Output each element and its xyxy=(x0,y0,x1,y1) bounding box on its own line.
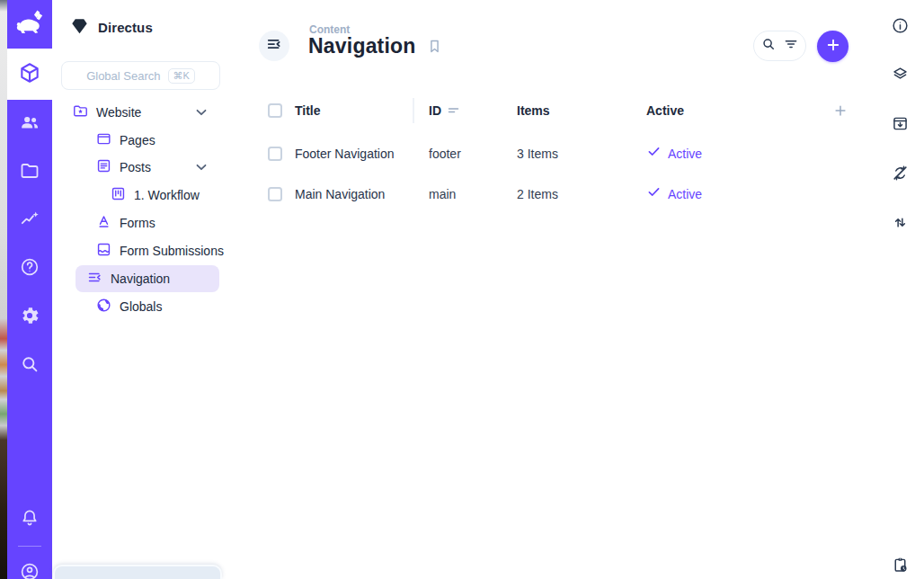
sidebar-item-label: Form Submissions xyxy=(120,244,224,258)
table-row[interactable]: Footer Navigation footer 3 Items Active xyxy=(268,133,852,174)
cube-icon xyxy=(18,61,41,88)
sidebar-item-form-submissions[interactable]: Form Submissions xyxy=(61,237,221,264)
module-insights[interactable] xyxy=(7,203,52,239)
column-header-active[interactable]: Active xyxy=(646,103,684,118)
account-button[interactable] xyxy=(7,556,52,579)
add-item-button[interactable] xyxy=(817,31,848,62)
rabbit-logo-icon xyxy=(14,7,45,41)
sidebar-item-label: Forms xyxy=(120,216,155,230)
row-checkbox[interactable] xyxy=(268,187,282,201)
users-icon xyxy=(19,111,40,137)
sidebar-item-label: Pages xyxy=(120,133,155,147)
column-header-id[interactable]: ID xyxy=(429,102,517,119)
table-header-row: Title ID Items Active xyxy=(268,95,852,126)
keyboard-shortcut-badge: ⌘K xyxy=(168,68,195,84)
bell-icon xyxy=(19,507,40,532)
row-checkbox[interactable] xyxy=(268,147,282,161)
sidebar-item-label: 1. Workflow xyxy=(134,188,200,202)
nav-sidebar: Directus Global Search ⌘K Website Pages xyxy=(52,0,221,579)
active-label: Active xyxy=(668,147,702,161)
module-settings[interactable] xyxy=(7,299,52,335)
insights-icon xyxy=(19,209,40,234)
module-bar xyxy=(7,0,52,579)
archive-download-icon xyxy=(891,114,910,137)
cell-id: footer xyxy=(429,147,517,161)
inbox-icon xyxy=(95,241,112,262)
sidebar-item-label: Posts xyxy=(120,160,151,174)
module-search[interactable] xyxy=(7,348,52,384)
cell-id: main xyxy=(429,187,517,201)
menu-open-icon xyxy=(265,35,283,57)
window-icon xyxy=(95,130,112,151)
project-brand[interactable]: Directus xyxy=(70,14,153,40)
module-content-active[interactable] xyxy=(7,49,52,100)
column-header-items[interactable]: Items xyxy=(517,103,646,118)
check-icon xyxy=(646,144,662,163)
select-all-checkbox[interactable] xyxy=(268,103,282,118)
sidebar-item-posts[interactable]: Posts xyxy=(61,154,221,181)
import-export-icon xyxy=(891,213,910,236)
sidebar-item-navigation[interactable]: Navigation xyxy=(76,265,219,292)
project-diamond-icon xyxy=(70,17,89,38)
module-users[interactable] xyxy=(7,106,52,142)
sidebar-item-label: Navigation xyxy=(111,272,170,286)
layout-options-button[interactable] xyxy=(890,66,910,85)
filter-icon[interactable] xyxy=(783,36,799,56)
info-sidebar-button[interactable] xyxy=(890,17,910,37)
notifications-button[interactable] xyxy=(7,502,52,538)
sidebar-item-workflow[interactable]: 1. Workflow xyxy=(61,182,221,209)
archive-button[interactable] xyxy=(890,115,910,135)
sidebar-item-label: Globals xyxy=(120,299,162,314)
page-title: Navigation xyxy=(308,34,416,58)
column-resize-handle[interactable] xyxy=(413,98,414,123)
desktop-background-sliver xyxy=(0,0,7,579)
add-column-button[interactable] xyxy=(832,102,848,122)
layers-icon xyxy=(891,65,910,87)
sidebar-item-label: Website xyxy=(96,105,141,120)
search-filter-pill xyxy=(753,31,806,61)
directus-logo-tile[interactable] xyxy=(7,0,52,49)
chevron-down-icon[interactable] xyxy=(196,109,207,116)
activity-log-button[interactable] xyxy=(890,557,910,576)
import-export-button[interactable] xyxy=(890,214,910,234)
sidebar-item-forms[interactable]: Forms xyxy=(61,209,221,236)
folder-star-icon xyxy=(72,102,89,123)
menu-open-icon xyxy=(86,269,103,290)
folder-icon xyxy=(19,160,40,185)
bottom-popup-edge xyxy=(53,565,222,579)
chevron-down-icon[interactable] xyxy=(196,164,207,171)
column-header-id-label: ID xyxy=(429,103,441,118)
global-search-placeholder: Global Search xyxy=(86,69,160,83)
help-circle-icon xyxy=(19,256,40,281)
cell-active: Active xyxy=(646,184,702,203)
table-row[interactable]: Main Navigation main 2 Items Active xyxy=(268,174,852,214)
module-help[interactable] xyxy=(7,251,52,287)
search-button[interactable] xyxy=(760,36,777,56)
bookmark-button[interactable] xyxy=(426,38,443,58)
module-files[interactable] xyxy=(7,155,52,191)
letter-a-icon xyxy=(95,213,112,234)
sidebar-item-website[interactable]: Website xyxy=(61,99,221,126)
info-icon xyxy=(891,16,910,39)
search-icon xyxy=(19,353,40,379)
article-icon xyxy=(95,157,112,178)
avatar-icon xyxy=(19,561,40,579)
active-label: Active xyxy=(668,187,702,201)
cell-active: Active xyxy=(646,144,702,163)
global-search-input[interactable]: Global Search ⌘K xyxy=(61,61,220,90)
module-bar-divider xyxy=(18,546,41,547)
project-name: Directus xyxy=(98,20,153,35)
sort-icon xyxy=(448,102,459,119)
sync-disabled-button[interactable] xyxy=(890,165,910,184)
clipboard-clock-icon xyxy=(891,556,910,578)
sidebar-item-pages[interactable]: Pages xyxy=(61,127,221,154)
collection-icon-button[interactable] xyxy=(259,31,289,61)
check-icon xyxy=(646,184,662,203)
kanban-icon xyxy=(110,185,127,206)
cell-items: 3 Items xyxy=(517,147,646,161)
sidebar-item-globals[interactable]: Globals xyxy=(61,293,221,320)
column-header-title[interactable]: Title xyxy=(295,103,429,118)
cell-title: Main Navigation xyxy=(295,187,429,201)
cell-title: Footer Navigation xyxy=(295,147,429,161)
bookmark-icon xyxy=(426,42,443,58)
